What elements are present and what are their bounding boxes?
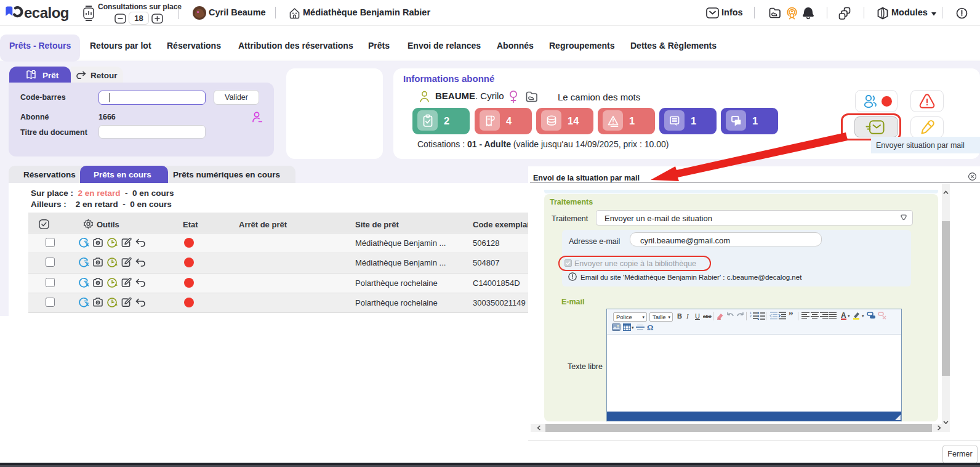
svg-text:ecalog: ecalog [24,5,69,21]
svg-text:2: 2 [750,314,752,318]
